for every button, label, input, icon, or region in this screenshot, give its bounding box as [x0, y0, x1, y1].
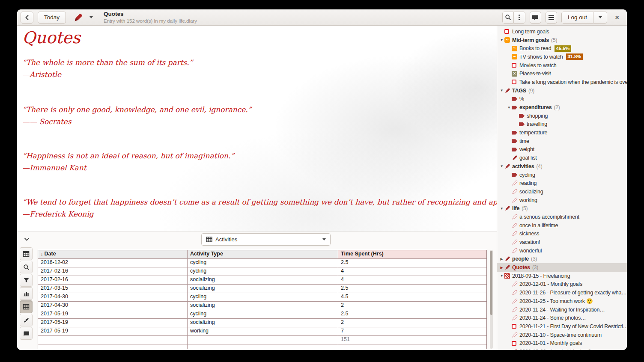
sidebar-item[interactable]: 2020-11-24 - Some photos… — [497, 314, 627, 322]
main-menu-button[interactable] — [546, 12, 557, 24]
expander-open-icon[interactable]: ▼ — [499, 274, 504, 278]
column-header[interactable]: ↓Date — [38, 250, 188, 259]
column-header[interactable]: Time Spent (Hrs) — [338, 250, 486, 259]
table-cell[interactable]: 2.5 — [338, 285, 486, 293]
today-button[interactable]: Today — [38, 12, 66, 24]
sidebar-item[interactable]: wonderful — [497, 246, 627, 255]
sidebar-item[interactable]: working — [497, 196, 627, 205]
calendar-view-tool-button[interactable] — [20, 247, 33, 260]
table-cell[interactable]: socializing — [188, 276, 338, 285]
sidebar-item[interactable]: temperature — [497, 128, 627, 137]
expander-open-icon[interactable]: ▼ — [506, 106, 512, 110]
sidebar-item[interactable]: 2020-11-26 - Pleasure of getting exactly… — [497, 288, 627, 297]
logout-dropdown-button[interactable] — [593, 12, 607, 24]
table-cell[interactable]: 2017-05-19 — [38, 310, 188, 319]
sidebar-item[interactable]: vacation! — [497, 238, 627, 246]
sidebar-item[interactable]: sickness — [497, 230, 627, 238]
sidebar-item[interactable]: once in a lifetime — [497, 221, 627, 230]
sidebar-item[interactable]: ▼activities(4) — [497, 162, 627, 171]
sidebar-item[interactable]: cycling — [497, 171, 627, 179]
table-cell[interactable]: 151 — [338, 336, 486, 344]
sidebar-item[interactable]: reading — [497, 179, 627, 187]
table-cell[interactable] — [188, 336, 338, 344]
sidebar-item[interactable]: Take a long vacation when the pandemic i… — [497, 78, 627, 86]
table-cell[interactable]: 2016-12-02 — [38, 259, 188, 267]
sidebar-item[interactable]: ▼expenditures(2) — [497, 103, 627, 112]
table-cell[interactable]: 2017-05-19 — [38, 327, 188, 336]
sidebar-item[interactable]: 2020-11-24 - Waiting for Inspiration… — [497, 306, 627, 314]
sidebar-item[interactable]: ✕Places to visit — [497, 69, 627, 78]
sidebar-item[interactable]: 2020-10-28 - Istanbul trip day 3 — [497, 347, 627, 350]
sidebar-item[interactable]: time — [497, 137, 627, 145]
chart-tool-button[interactable] — [20, 287, 33, 300]
table-cell[interactable]: socializing — [188, 285, 338, 293]
sidebar-item[interactable]: ▶people(3) — [497, 255, 627, 264]
logout-button[interactable]: Log out — [561, 12, 593, 24]
table-cell[interactable]: cycling — [188, 267, 338, 276]
view-selector-dropdown[interactable]: Activities — [201, 233, 331, 246]
expander-open-icon[interactable]: ▼ — [499, 89, 504, 92]
sidebar-item[interactable]: ~Books to read45.5% — [497, 44, 627, 53]
table-cell[interactable]: 2 — [338, 319, 486, 327]
table-cell[interactable]: socializing — [188, 302, 338, 310]
checkbox-unchecked-icon[interactable] — [504, 29, 509, 34]
sidebar-item[interactable]: 2020-12-01 - Monthly goals — [497, 280, 627, 289]
table-cell[interactable]: 4 — [338, 276, 486, 285]
sidebar-item[interactable]: socializing — [497, 187, 627, 196]
checkbox-crossed-icon[interactable]: ✕ — [512, 71, 517, 77]
table-cell[interactable]: cycling — [188, 293, 338, 302]
table-cell[interactable]: 2017-02-16 — [38, 267, 188, 276]
search-button[interactable] — [502, 12, 514, 24]
table-cell[interactable]: 2017-05-19 — [38, 319, 188, 327]
expander-closed-icon[interactable]: ▶ — [499, 266, 504, 270]
table-cell[interactable] — [38, 336, 188, 344]
table-cell[interactable]: 7 — [338, 327, 486, 336]
sidebar-item[interactable]: ▶Quotes(3) — [497, 263, 627, 272]
scrollbar-thumb[interactable] — [490, 251, 492, 315]
sidebar-item[interactable]: travelling — [497, 120, 627, 129]
more-options-button[interactable] — [514, 12, 525, 24]
edit-mode-dropdown[interactable] — [86, 12, 96, 24]
close-window-button[interactable]: ✕ — [611, 12, 623, 24]
sidebar-item[interactable]: ~TV shows to watch31.8% — [497, 53, 627, 61]
sidebar-item[interactable]: shopping — [497, 112, 627, 120]
checkbox-unchecked-icon[interactable] — [512, 324, 516, 329]
table-cell[interactable]: 2017-04-30 — [38, 302, 188, 310]
table-cell[interactable] — [188, 344, 338, 349]
sidebar-item[interactable]: ▼TAGS(9) — [497, 86, 627, 95]
diary-entry-editor[interactable]: Quotes “The whole is more than the sum o… — [17, 26, 497, 231]
expander-open-icon[interactable]: ▼ — [499, 207, 504, 211]
sidebar-item[interactable]: 2020-11-01 - Monthly goals — [497, 339, 627, 347]
annotations-button[interactable] — [530, 12, 541, 24]
back-button[interactable] — [21, 12, 33, 24]
expander-open-icon[interactable]: ▼ — [499, 38, 504, 42]
sidebar-item[interactable]: ▼2018-09-15 - Freelancing — [497, 272, 627, 280]
sidebar-item[interactable]: ▼life(5) — [497, 204, 627, 213]
filter-tool-button[interactable] — [20, 274, 33, 287]
sidebar-item[interactable]: % — [497, 95, 627, 104]
table-cell[interactable]: 4 — [338, 267, 486, 276]
table-cell[interactable] — [338, 344, 486, 349]
checkbox-unchecked-icon[interactable] — [512, 80, 516, 84]
sidebar-item[interactable]: a serious accomplishment — [497, 213, 627, 221]
table-cell[interactable]: 2.5 — [338, 259, 486, 267]
column-header[interactable]: Activity Type — [188, 250, 338, 259]
table-cell[interactable]: cycling — [188, 310, 338, 319]
table-cell[interactable]: 2017-03-15 — [38, 285, 188, 293]
sidebar-item[interactable]: Movies to watch — [497, 61, 627, 70]
panel-collapse-button[interactable] — [22, 235, 31, 243]
table-cell[interactable]: 4.5 — [338, 293, 486, 302]
sidebar-item[interactable]: goal list — [497, 154, 627, 162]
table-cell[interactable]: working — [188, 327, 338, 336]
sidebar-item[interactable]: 2020-11-10 - Space-time continuum — [497, 331, 627, 339]
expander-open-icon[interactable]: ▼ — [499, 164, 504, 168]
brush-tool-button[interactable] — [20, 314, 33, 326]
sidebar-item[interactable]: 2020-11-25 - Too much work 😲 — [497, 297, 627, 306]
sidebar-item[interactable]: ▼~Mid-term goals(5) — [497, 36, 627, 45]
checkbox-unchecked-icon[interactable] — [512, 63, 516, 68]
sidebar-item[interactable]: weight — [497, 145, 627, 154]
table-scrollbar[interactable] — [490, 250, 493, 349]
search-tool-button[interactable] — [20, 261, 33, 273]
table-cell[interactable]: 2017-02-16 — [38, 276, 188, 285]
table-cell[interactable] — [38, 344, 188, 349]
